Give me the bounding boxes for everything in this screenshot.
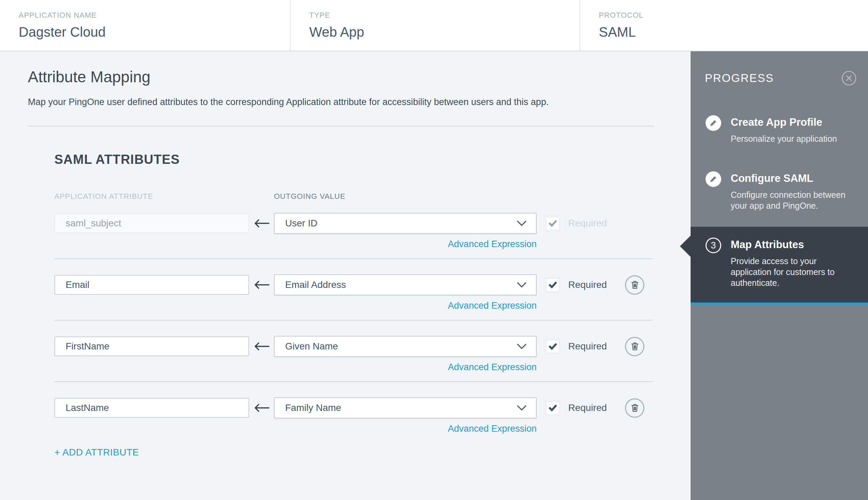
page-title: Attribute Mapping bbox=[28, 68, 690, 86]
application-attribute-input[interactable] bbox=[54, 398, 249, 418]
outgoing-value-selected: Email Address bbox=[285, 280, 346, 290]
header-field-label: APPLICATION NAME bbox=[19, 11, 290, 20]
header-field-value: Web App bbox=[309, 24, 580, 40]
checkmark-icon bbox=[547, 279, 559, 291]
column-header-application-attribute: APPLICATION ATTRIBUTE bbox=[54, 192, 153, 201]
column-header-outgoing-value: OUTGOING VALUE bbox=[274, 192, 345, 201]
outgoing-value-select[interactable]: Email Address bbox=[274, 274, 537, 295]
required-label: Required bbox=[568, 402, 607, 413]
app-header: APPLICATION NAME Dagster Cloud TYPE Web … bbox=[0, 0, 868, 51]
chevron-down-icon bbox=[517, 282, 526, 288]
attribute-row: Given Name Required bbox=[54, 320, 653, 382]
close-icon[interactable] bbox=[841, 70, 857, 86]
advanced-expression-link[interactable]: Advanced Expression bbox=[448, 362, 537, 372]
header-field-application-name: APPLICATION NAME Dagster Cloud bbox=[0, 0, 290, 50]
checkmark-icon bbox=[547, 402, 559, 414]
trash-icon bbox=[630, 280, 640, 290]
required-checkbox[interactable] bbox=[545, 339, 561, 354]
outgoing-value-select[interactable]: Family Name bbox=[274, 397, 537, 418]
delete-attribute-button[interactable] bbox=[625, 337, 644, 356]
header-field-value: Dagster Cloud bbox=[19, 24, 290, 40]
arrow-left-icon bbox=[249, 280, 274, 290]
header-field-label: PROTOCOL bbox=[599, 11, 868, 20]
attribute-mapping-page: Attribute Mapping Map your PingOne user … bbox=[0, 51, 690, 500]
step-title: Create App Profile bbox=[731, 116, 837, 128]
checkmark-icon bbox=[547, 217, 559, 229]
column-headers: APPLICATION ATTRIBUTE OUTGOING VALUE bbox=[54, 192, 653, 201]
attribute-row: Family Name Required bbox=[54, 382, 653, 434]
divider bbox=[28, 126, 654, 126]
step-title: Configure SAML bbox=[731, 172, 850, 184]
advanced-expression-link[interactable]: Advanced Expression bbox=[448, 300, 537, 311]
step-description: Provide access to your application for c… bbox=[731, 255, 850, 288]
required-checkbox bbox=[545, 216, 561, 231]
outgoing-value-select[interactable]: Given Name bbox=[274, 336, 537, 357]
step-title: Map Attributes bbox=[731, 239, 850, 251]
pencil-icon bbox=[706, 171, 721, 187]
arrow-left-icon bbox=[249, 341, 274, 351]
required-label: Required bbox=[568, 341, 607, 352]
chevron-down-icon bbox=[517, 405, 526, 411]
progress-steps: Create App Profile Personalize your appl… bbox=[690, 115, 868, 304]
arrow-left-icon bbox=[249, 403, 274, 413]
checkmark-icon bbox=[547, 341, 559, 352]
required-label: Required bbox=[568, 218, 607, 229]
chevron-down-icon bbox=[517, 344, 526, 350]
advanced-expression-link[interactable]: Advanced Expression bbox=[448, 239, 537, 249]
progress-panel: PROGRESS Create App Profile Personalize … bbox=[690, 51, 868, 500]
saml-attributes-section: SAML ATTRIBUTES APPLICATION ATTRIBUTE OU… bbox=[54, 152, 653, 458]
header-field-type: TYPE Web App bbox=[290, 0, 580, 50]
progress-title: PROGRESS bbox=[705, 72, 774, 84]
application-attribute-input[interactable] bbox=[54, 275, 249, 295]
pencil-icon bbox=[706, 115, 721, 131]
outgoing-value-selected: Given Name bbox=[285, 341, 338, 352]
header-field-protocol: PROTOCOL SAML bbox=[580, 0, 868, 50]
required-checkbox[interactable] bbox=[545, 277, 561, 293]
chevron-down-icon bbox=[517, 220, 526, 226]
page-description: Map your PingOne user defined attributes… bbox=[28, 97, 690, 107]
outgoing-value-select[interactable]: User ID bbox=[274, 213, 537, 234]
progress-step[interactable]: Create App Profile Personalize your appl… bbox=[690, 115, 868, 144]
app-window: APPLICATION NAME Dagster Cloud TYPE Web … bbox=[0, 0, 868, 500]
attribute-row: User ID Required bbox=[54, 208, 653, 259]
progress-step[interactable]: Configure SAML Configure connection betw… bbox=[690, 171, 868, 211]
trash-icon bbox=[630, 403, 640, 413]
required-label: Required bbox=[568, 280, 607, 290]
step-description: Configure connection between your app an… bbox=[731, 189, 850, 211]
advanced-expression-link[interactable]: Advanced Expression bbox=[448, 423, 537, 434]
header-field-label: TYPE bbox=[309, 11, 580, 20]
required-checkbox[interactable] bbox=[545, 400, 561, 416]
outgoing-value-selected: Family Name bbox=[285, 402, 341, 413]
arrow-left-icon bbox=[249, 218, 274, 228]
application-attribute-input bbox=[54, 214, 249, 233]
step-number-badge: 3 bbox=[706, 238, 721, 253]
attribute-rows: User ID Required bbox=[54, 208, 653, 434]
header-field-value: SAML bbox=[599, 24, 868, 40]
add-attribute-button[interactable]: + ADD ATTRIBUTE bbox=[54, 447, 139, 458]
progress-header: PROGRESS bbox=[690, 51, 868, 86]
outgoing-value-selected: User ID bbox=[285, 218, 317, 229]
attribute-row: Email Address Required bbox=[54, 259, 653, 320]
delete-attribute-button[interactable] bbox=[625, 275, 644, 295]
progress-step[interactable]: 3 Map Attributes Provide access to your … bbox=[690, 227, 868, 304]
section-title: SAML ATTRIBUTES bbox=[54, 152, 653, 167]
application-attribute-input[interactable] bbox=[54, 337, 249, 356]
trash-icon bbox=[630, 341, 640, 351]
step-description: Personalize your application bbox=[731, 133, 837, 144]
delete-attribute-button[interactable] bbox=[625, 398, 644, 418]
